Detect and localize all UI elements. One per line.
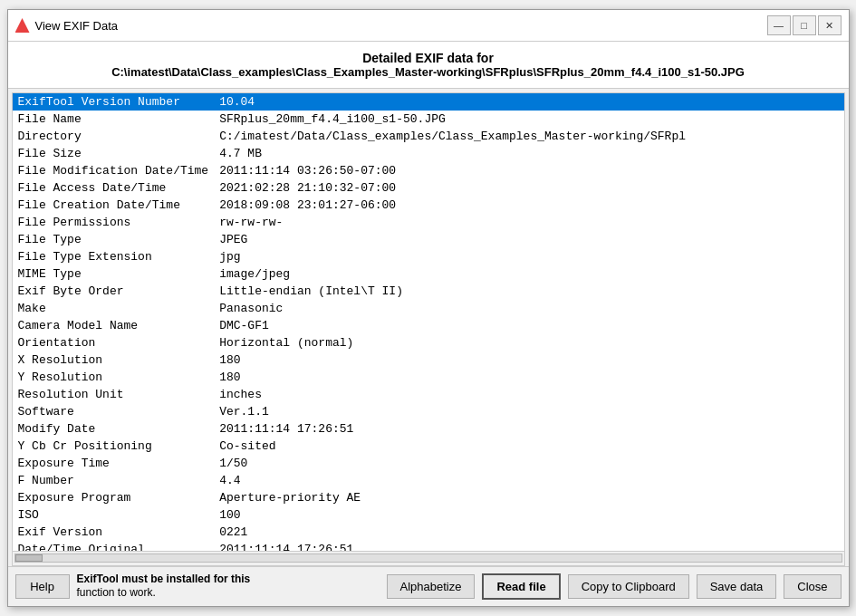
read-file-button[interactable]: Read file	[482, 573, 560, 600]
exif-value: 2011:11:14 17:26:51	[214, 541, 843, 551]
table-row[interactable]: MakePanasonic	[13, 300, 844, 317]
exif-key: File Creation Date/Time	[13, 197, 215, 214]
data-table-wrapper[interactable]: ExifTool Version Number10.04File NameSFR…	[13, 93, 844, 551]
table-row[interactable]: Exif Version0221	[13, 524, 844, 541]
exif-value: Aperture-priority AE	[214, 489, 843, 506]
exif-value: Little-endian (Intel\T II)	[214, 283, 843, 300]
exif-value: 180	[214, 351, 843, 369]
exif-key: MIME Type	[13, 265, 215, 283]
exif-value: 0221	[214, 524, 843, 541]
exif-key: Exposure Program	[13, 489, 215, 506]
table-row[interactable]: DirectoryC:/imatest/Data/Class_examples/…	[13, 128, 844, 145]
table-row[interactable]: Y Resolution180	[13, 369, 844, 386]
scrollbar-track	[14, 553, 842, 563]
exif-key: File Type Extension	[13, 248, 215, 265]
exif-value: image/jpeg	[214, 265, 843, 283]
table-row[interactable]: SoftwareVer.1.1	[13, 403, 844, 420]
exif-key: Exif Byte Order	[13, 283, 215, 300]
exif-value: inches	[214, 386, 843, 403]
maximize-button[interactable]: □	[793, 15, 816, 35]
table-row[interactable]: Modify Date2011:11:14 17:26:51	[13, 420, 844, 438]
exif-key: Exposure Time	[13, 455, 215, 472]
exif-value: 180	[214, 369, 843, 386]
table-row[interactable]: File Permissionsrw-rw-rw-	[13, 214, 844, 231]
exif-value: 100	[214, 506, 843, 524]
table-row[interactable]: F Number4.4	[13, 472, 844, 489]
table-row[interactable]: File Modification Date/Time2011:11:14 03…	[13, 162, 844, 179]
save-data-button[interactable]: Save data	[697, 574, 777, 599]
exif-key: F Number	[13, 472, 215, 489]
copy-clipboard-button[interactable]: Copy to Clipboard	[568, 574, 689, 599]
header-path: C:\imatest\Data\Class_examples\Class_Exa…	[17, 65, 840, 79]
table-row[interactable]: ExifTool Version Number10.04	[13, 93, 844, 111]
table-row[interactable]: ISO100	[13, 506, 844, 524]
horizontal-scrollbar[interactable]	[13, 551, 844, 565]
title-bar-left: View EXIF Data	[15, 18, 119, 33]
footer-note-part1: ExifTool must be installed for this	[77, 573, 251, 585]
exif-key: File Permissions	[13, 214, 215, 231]
exif-key: ISO	[13, 506, 215, 524]
table-row[interactable]: Resolution Unitinches	[13, 386, 844, 403]
minimize-button[interactable]: —	[767, 15, 791, 35]
table-row[interactable]: File Creation Date/Time2018:09:08 23:01:…	[13, 197, 844, 214]
table-row[interactable]: File Access Date/Time2021:02:28 21:10:32…	[13, 179, 844, 197]
exif-key: ExifTool Version Number	[13, 93, 215, 111]
exif-value: 2011:11:14 17:26:51	[214, 420, 843, 438]
exif-key: Y Cb Cr Positioning	[13, 438, 215, 455]
exif-value: 10.04	[214, 93, 843, 111]
title-bar-controls: — □ ✕	[767, 15, 842, 35]
exif-key: Resolution Unit	[13, 386, 215, 403]
table-row[interactable]: Camera Model NameDMC-GF1	[13, 317, 844, 334]
table-row[interactable]: Exif Byte OrderLittle-endian (Intel\T II…	[13, 283, 844, 300]
table-row[interactable]: Exposure ProgramAperture-priority AE	[13, 489, 844, 506]
exif-value: C:/imatest/Data/Class_examples/Class_Exa…	[214, 128, 843, 145]
table-row[interactable]: File TypeJPEG	[13, 231, 844, 248]
exif-key: Orientation	[13, 334, 215, 351]
app-icon	[15, 18, 30, 33]
exif-key: X Resolution	[13, 351, 215, 369]
exif-key: Y Resolution	[13, 369, 215, 386]
table-row[interactable]: X Resolution180	[13, 351, 844, 369]
exif-key: Directory	[13, 128, 215, 145]
table-row[interactable]: File NameSFRplus_20mm_f4.4_i100_s1-50.JP…	[13, 111, 844, 128]
exif-value: 2021:02:28 21:10:32-07:00	[214, 179, 843, 197]
data-area: ExifTool Version Number10.04File NameSFR…	[12, 92, 845, 566]
table-row[interactable]: Exposure Time1/50	[13, 455, 844, 472]
table-row[interactable]: OrientationHorizontal (normal)	[13, 334, 844, 351]
exif-value: 2018:09:08 23:01:27-06:00	[214, 197, 843, 214]
table-row[interactable]: Date/Time Original2011:11:14 17:26:51	[13, 541, 844, 551]
exif-value: DMC-GF1	[214, 317, 843, 334]
close-window-button[interactable]: ✕	[818, 15, 842, 35]
footer: Help ExifTool must be installed for this…	[8, 566, 849, 606]
exif-value: SFRplus_20mm_f4.4_i100_s1-50.JPG	[214, 111, 843, 128]
table-row[interactable]: File Size4.7 MB	[13, 145, 844, 162]
exif-value: Horizontal (normal)	[214, 334, 843, 351]
exif-value: Co-sited	[214, 438, 843, 455]
main-window: View EXIF Data — □ ✕ Detailed EXIF data …	[7, 9, 850, 607]
exif-key: Software	[13, 403, 215, 420]
table-row[interactable]: File Type Extensionjpg	[13, 248, 844, 265]
footer-note: ExifTool must be installed for this func…	[77, 573, 380, 601]
exif-table: ExifTool Version Number10.04File NameSFR…	[13, 93, 844, 551]
exif-value: 4.4	[214, 472, 843, 489]
exif-value: 4.7 MB	[214, 145, 843, 162]
exif-value: jpg	[214, 248, 843, 265]
table-row[interactable]: MIME Typeimage/jpeg	[13, 265, 844, 283]
alphabetize-button[interactable]: Alphabetize	[387, 574, 476, 599]
exif-key: Camera Model Name	[13, 317, 215, 334]
header-section: Detailed EXIF data for C:\imatest\Data\C…	[8, 42, 849, 89]
window-title: View EXIF Data	[35, 19, 119, 33]
exif-value: rw-rw-rw-	[214, 214, 843, 231]
scrollbar-thumb[interactable]	[15, 554, 43, 562]
exif-key: File Size	[13, 145, 215, 162]
exif-key: Exif Version	[13, 524, 215, 541]
exif-value: Panasonic	[214, 300, 843, 317]
exif-key: Make	[13, 300, 215, 317]
exif-key: File Access Date/Time	[13, 179, 215, 197]
help-button[interactable]: Help	[15, 574, 70, 599]
exif-value: 2011:11:14 03:26:50-07:00	[214, 162, 843, 179]
close-button[interactable]: Close	[784, 574, 841, 599]
table-row[interactable]: Y Cb Cr PositioningCo-sited	[13, 438, 844, 455]
exif-value: Ver.1.1	[214, 403, 843, 420]
exif-value: 1/50	[214, 455, 843, 472]
